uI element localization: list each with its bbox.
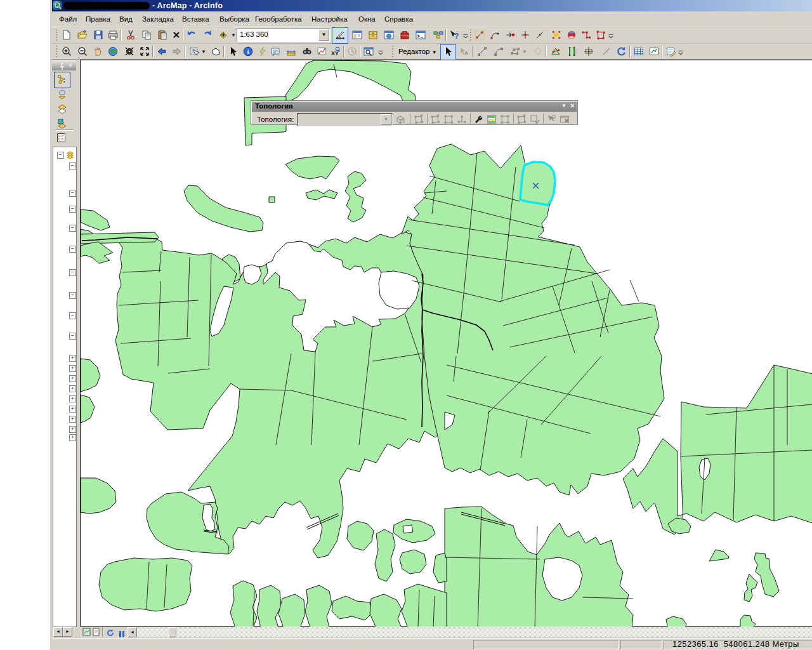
svg-text:i: i <box>247 48 249 55</box>
svg-text:XY: XY <box>331 50 339 56</box>
svg-text:?: ? <box>454 32 459 40</box>
svg-text:A: A <box>464 50 468 56</box>
